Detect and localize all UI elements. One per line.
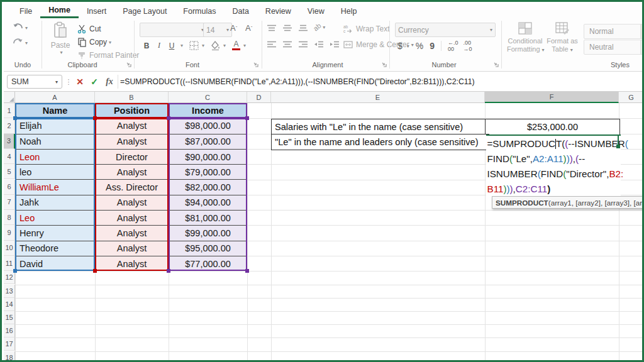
cell-A3[interactable]: Noah (16, 134, 94, 149)
row-header-5[interactable]: 5 (4, 164, 15, 179)
row-header-9[interactable]: 9 (4, 225, 15, 240)
cell-B9[interactable]: Analyst (96, 225, 167, 240)
cancel-icon[interactable]: ✕ (73, 75, 87, 89)
insert-function-icon[interactable]: fx (103, 75, 116, 89)
cell-F2[interactable]: $253,000.00 (485, 119, 620, 135)
style-neutral[interactable]: Neutral (584, 40, 644, 55)
undo-button[interactable]: ▾ (13, 23, 28, 32)
copy-button[interactable]: Copy ▾ (78, 38, 111, 47)
cut-button[interactable]: Cut (78, 25, 101, 33)
row-header-4[interactable]: 4 (4, 149, 15, 164)
row-header-10[interactable]: 10 (4, 241, 15, 256)
range-handle[interactable] (167, 269, 170, 273)
align-center-icon[interactable] (282, 41, 292, 48)
enter-icon[interactable]: ✓ (87, 75, 101, 89)
orientation-button[interactable]: ab ▾ (313, 23, 325, 31)
column-header-C[interactable]: C (169, 92, 247, 103)
table-header-name[interactable]: Name (15, 103, 95, 118)
range-handle[interactable] (93, 116, 97, 120)
italic-button[interactable]: I (153, 41, 165, 50)
range-handle[interactable] (13, 269, 17, 273)
format-as-table-button[interactable]: Format as Table▾ (546, 22, 579, 54)
decrease-indent-icon[interactable] (314, 41, 324, 48)
cell-C7[interactable]: $94,000.00 (170, 195, 246, 210)
format-painter-button[interactable]: Format Painter (78, 51, 139, 60)
bold-button[interactable]: B (141, 41, 152, 50)
formula-input[interactable]: =SUMPRODUCT((--ISNUMBER(FIND("Le",A2:A11… (120, 75, 642, 89)
cell-C11[interactable]: $77,000.00 (170, 256, 246, 271)
align-right-icon[interactable] (298, 41, 308, 48)
column-header-F[interactable]: F (485, 92, 619, 103)
row-header-12[interactable]: 12 (4, 271, 15, 284)
cell-B5[interactable]: Analyst (96, 164, 167, 179)
table-header-income[interactable]: Income (169, 103, 247, 118)
row-header-3[interactable]: 3 (4, 134, 15, 149)
cell-E2[interactable]: Salaries with "Le" in the name (case sen… (271, 119, 489, 135)
cell-A7[interactable]: Jahk (16, 195, 94, 210)
borders-icon[interactable] (189, 41, 199, 50)
align-middle-icon[interactable] (282, 25, 292, 31)
increase-decimal-button[interactable]: ←.000 (448, 40, 458, 52)
cell-A8[interactable]: Leo (16, 210, 94, 225)
column-header-E[interactable]: E (271, 92, 485, 103)
range-handle[interactable] (167, 116, 170, 120)
font-size-combo[interactable]: 14▾ (203, 23, 232, 37)
cell-A9[interactable]: Henry (16, 225, 94, 240)
menu-tab-formulas[interactable]: Formulas (175, 4, 224, 18)
cell-C4[interactable]: $90,000.00 (170, 149, 246, 164)
column-header-B[interactable]: B (95, 92, 169, 103)
menu-tab-view[interactable]: View (299, 4, 333, 18)
row-header-2[interactable]: 2 (4, 118, 15, 133)
percent-style-button[interactable]: % (416, 41, 423, 51)
fill-color-icon[interactable] (211, 41, 220, 50)
number-format-combo[interactable]: Currency▾ (395, 23, 496, 37)
column-header-A[interactable]: A (15, 92, 95, 103)
row-header-8[interactable]: 8 (4, 210, 15, 225)
font-color-icon[interactable]: A (232, 41, 240, 50)
cell-A10[interactable]: Theodore (16, 241, 94, 256)
row-header-16[interactable]: 16 (4, 324, 15, 337)
menu-tab-data[interactable]: Data (224, 4, 257, 18)
cell-A11[interactable]: David (16, 256, 94, 271)
alignment-dialog-launcher[interactable] (381, 62, 387, 68)
cell-C10[interactable]: $95,000.00 (170, 241, 246, 256)
formula-bar-options[interactable]: ⋮ (65, 75, 72, 89)
cell-C2[interactable]: $98,000.00 (170, 118, 246, 133)
row-header-13[interactable]: 13 (4, 285, 15, 298)
align-left-icon[interactable] (267, 41, 277, 48)
cell-B7[interactable]: Analyst (96, 195, 167, 210)
menu-tab-page-layout[interactable]: Page Layout (114, 4, 175, 18)
style-normal[interactable]: Normal (584, 24, 644, 39)
increase-font-button[interactable]: Aˆ (230, 23, 237, 33)
cell-B10[interactable]: Analyst (96, 241, 167, 256)
style-bad-cut[interactable]: B (640, 24, 644, 39)
name-box[interactable]: SUM ▾ (7, 75, 62, 89)
decrease-decimal-button[interactable]: .00→0 (464, 40, 472, 52)
conditional-formatting-button[interactable]: Conditional Formatting▾ (507, 22, 543, 54)
cell-E3[interactable]: "Le" in the name and leaders only (case … (271, 134, 489, 150)
menu-tab-insert[interactable]: Insert (79, 4, 114, 18)
cell-F3-edit[interactable]: =SUMPRODUCT((--ISNUMBER(FIND("Le",A2:A11… (486, 134, 621, 199)
paste-button[interactable]: Paste ▾ (48, 22, 73, 55)
column-header-D[interactable]: D (247, 92, 271, 103)
cell-B3[interactable]: Analyst (96, 134, 167, 149)
accounting-format-button[interactable]: $ (397, 41, 402, 51)
wrap-text-button[interactable]: abc Wrap Text (343, 25, 390, 33)
row-header-7[interactable]: 7 (4, 195, 15, 210)
number-dialog-launcher[interactable] (493, 62, 499, 68)
style-calc-cut[interactable]: C (640, 40, 644, 55)
row-header-15[interactable]: 15 (4, 311, 15, 324)
row-header-14[interactable]: 14 (4, 298, 15, 311)
cell-C5[interactable]: $79,000.00 (170, 164, 246, 179)
range-handle[interactable] (93, 269, 97, 273)
cell-B8[interactable]: Analyst (96, 210, 167, 225)
row-header-18[interactable]: 18 (4, 351, 15, 362)
cell-C3[interactable]: $87,000.00 (170, 134, 246, 149)
range-handle[interactable] (13, 116, 17, 120)
clipboard-dialog-launcher[interactable] (126, 62, 132, 68)
table-header-position[interactable]: Position (95, 103, 169, 118)
fill-handle[interactable] (616, 145, 620, 148)
cell-A6[interactable]: WilliamLe (16, 179, 94, 194)
menu-tab-help[interactable]: Help (333, 4, 365, 18)
cell-B2[interactable]: Analyst (96, 118, 167, 133)
